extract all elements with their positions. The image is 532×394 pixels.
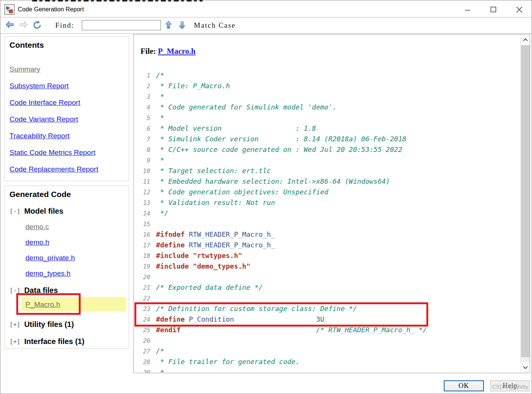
code-line-8: 8 * C/C++ source code generated on : Wed… bbox=[136, 144, 530, 155]
code-segment-comment: * bbox=[156, 368, 164, 373]
line-number: 23 bbox=[136, 304, 150, 314]
tree-file-row: demo_private.h bbox=[9, 250, 125, 266]
code-line-5: 5 * bbox=[136, 113, 530, 123]
file-link-demo-private-h[interactable]: demo_private.h bbox=[25, 254, 75, 262]
code-segment-number: 3U bbox=[316, 315, 325, 323]
back-button[interactable] bbox=[5, 20, 14, 29]
expand-toggle-icon[interactable]: [+] bbox=[9, 321, 20, 328]
code-segment-ident: RTW_HEADER_P_Macro_h_ bbox=[185, 241, 275, 249]
code-segment-comment: * bbox=[156, 156, 164, 164]
code-segment-plain bbox=[181, 326, 316, 334]
code-line-14: 14 */ bbox=[136, 208, 530, 219]
line-number: 8 bbox=[136, 145, 150, 155]
code-segment-comment: * C/C++ source code generated on : Wed J… bbox=[156, 145, 402, 153]
match-case-option[interactable]: Match Case bbox=[194, 21, 236, 30]
line-number: 12 bbox=[136, 187, 150, 198]
file-link-demo-h[interactable]: demo.h bbox=[25, 238, 49, 247]
tree-branch-utility: [+]Utility files (1) bbox=[9, 317, 125, 332]
code-block: 1/*2 * File: P_Macro.h3 *4 * Code genera… bbox=[136, 70, 530, 373]
code-segment-comment: * Model version : 1.8 bbox=[156, 124, 316, 132]
tree-branch-data: [-]Data files bbox=[9, 284, 125, 297]
find-label: Find: bbox=[55, 21, 74, 30]
generated-code-tree: [-]Model filesdemo.cdemo.hdemo_private.h… bbox=[9, 203, 125, 349]
code-segment-comment: * bbox=[156, 92, 164, 100]
contents-link-code-variants-report[interactable]: Code Variants Report bbox=[9, 115, 78, 124]
line-number: 21 bbox=[136, 283, 150, 293]
contents-row: Subsystem Report bbox=[9, 78, 125, 94]
code-line-1: 1/* bbox=[136, 70, 530, 81]
find-previous-button[interactable] bbox=[165, 21, 172, 29]
code-segment-string: "demo_types.h" bbox=[189, 262, 251, 270]
file-name-link[interactable]: P_Macro.h bbox=[158, 47, 195, 56]
contents-header: Contents bbox=[9, 41, 125, 50]
find-next-button[interactable] bbox=[179, 21, 186, 29]
file-link-demo-c[interactable]: demo.c bbox=[25, 223, 49, 231]
scroll-up-button[interactable] bbox=[521, 34, 530, 45]
code-segment-comment: * Target selection: ert.tlc bbox=[156, 167, 271, 175]
window-title: Code Generation Report bbox=[18, 6, 84, 13]
file-link-demo-types-h[interactable]: demo_types.h bbox=[25, 269, 70, 278]
vertical-scrollbar[interactable] bbox=[520, 34, 530, 373]
collapse-toggle-icon[interactable]: [-] bbox=[9, 208, 20, 215]
code-line-25: 25#endif /* RTW_HEADER_P_Macro_h_ */ bbox=[136, 325, 530, 335]
code-segment-directive: #endif bbox=[156, 326, 181, 334]
contents-row: Summary bbox=[9, 61, 125, 78]
window-controls bbox=[451, 2, 528, 17]
code-segment-comment: * Validation result: Not run bbox=[156, 199, 275, 206]
line-number: 4 bbox=[136, 102, 150, 113]
contents-link-subsystem-report[interactable]: Subsystem Report bbox=[9, 82, 69, 90]
code-view-panel: File: P_Macro.h 1/*2 * File: P_Macro.h3 … bbox=[133, 34, 530, 373]
code-line-26: 26 bbox=[136, 335, 530, 346]
file-link-p-macro-h[interactable]: P_Macro.h bbox=[25, 300, 60, 309]
code-segment-ident: RTW_HEADER_P_Macro_h_ bbox=[185, 230, 275, 238]
line-number: 2 bbox=[136, 81, 150, 92]
code-segment-comment: * File: P_Macro.h bbox=[156, 82, 230, 90]
tree-branch-model: [-]Model files bbox=[9, 203, 125, 219]
code-line-12: 12 * Code generation objectives: Unspeci… bbox=[136, 187, 530, 197]
find-input[interactable] bbox=[82, 20, 161, 30]
app-icon bbox=[4, 4, 15, 15]
generated-code-panel: Generated Code [-]Model filesdemo.cdemo.… bbox=[5, 186, 129, 349]
maximize-button[interactable] bbox=[485, 3, 502, 16]
close-button[interactable] bbox=[510, 3, 528, 16]
tree-file-row: demo.h bbox=[9, 235, 125, 250]
code-generation-report-window: { "window": { "title": "Code Generation … bbox=[0, 0, 532, 394]
line-number: 29 bbox=[136, 367, 150, 373]
line-number: 16 bbox=[136, 230, 150, 240]
scroll-down-button[interactable] bbox=[521, 362, 530, 373]
contents-link-summary[interactable]: Summary bbox=[9, 65, 40, 73]
line-number: 11 bbox=[136, 177, 150, 187]
code-segment-comment: /* bbox=[156, 71, 164, 79]
help-button[interactable]: Help bbox=[490, 380, 530, 391]
line-number: 15 bbox=[136, 219, 150, 230]
contents-link-code-interface-report[interactable]: Code Interface Report bbox=[9, 98, 80, 107]
code-line-15: 15 bbox=[136, 219, 530, 229]
code-line-18: 18#include "rtwtypes.h" bbox=[136, 250, 530, 261]
code-line-6: 6 * Model version : 1.8 bbox=[136, 123, 530, 134]
code-line-3: 3 * bbox=[136, 91, 530, 102]
collapse-toggle-icon[interactable]: [-] bbox=[9, 287, 20, 294]
line-number: 20 bbox=[136, 272, 150, 283]
code-line-7: 7 * Simulink Coder version : 8.14 (R2018… bbox=[136, 134, 530, 144]
contents-link-traceability-report[interactable]: Traceability Report bbox=[9, 132, 70, 140]
contents-link-code-replacements-report[interactable]: Code Replacements Report bbox=[9, 165, 98, 174]
tree-file-row: demo.c bbox=[9, 219, 125, 235]
code-segment-ident: P_Condition bbox=[185, 315, 234, 323]
ok-button[interactable]: OK bbox=[444, 380, 484, 391]
line-number: 3 bbox=[136, 92, 150, 102]
code-segment-comment: * Simulink Coder version : 8.14 (R2018a)… bbox=[156, 135, 406, 143]
forward-button[interactable] bbox=[19, 20, 28, 29]
expand-toggle-icon[interactable]: [+] bbox=[9, 338, 20, 345]
contents-row: Traceability Report bbox=[9, 128, 125, 144]
scrollbar-thumb[interactable] bbox=[521, 45, 530, 357]
code-line-10: 10 * Target selection: ert.tlc bbox=[136, 166, 530, 176]
minimize-button[interactable] bbox=[459, 3, 476, 16]
tree-file-row: demo_types.h bbox=[9, 266, 125, 281]
code-segment-comment: * Code generation objectives: Unspecifie… bbox=[156, 188, 328, 196]
code-line-29: 29 * bbox=[136, 367, 530, 373]
code-line-27: 27/* bbox=[136, 346, 530, 356]
contents-link-static-code-metrics-report[interactable]: Static Code Metrics Report bbox=[9, 149, 95, 157]
tree-branch-interface: [+]Interface files (1) bbox=[9, 334, 125, 349]
maximize-icon bbox=[490, 6, 496, 13]
refresh-button[interactable] bbox=[33, 20, 42, 30]
